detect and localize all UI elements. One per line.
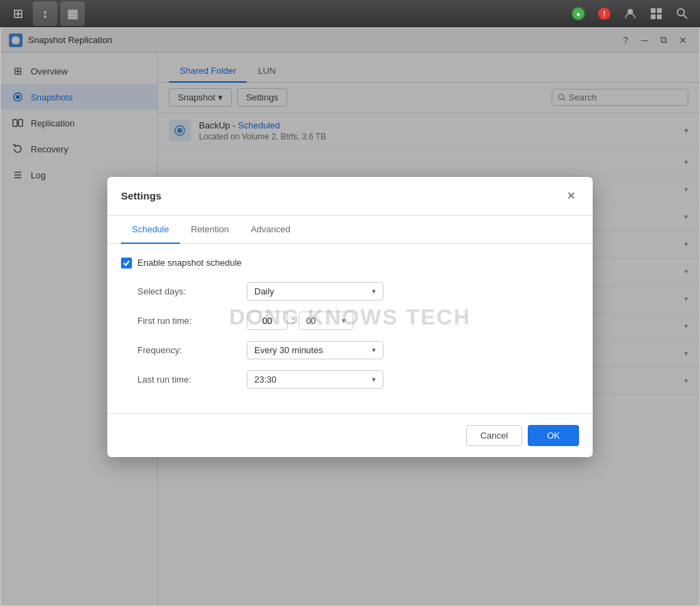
frequency-control: Every 30 minutes ▾ <box>247 341 383 359</box>
select-days-label: Select days: <box>137 286 247 297</box>
svg-text:●: ● <box>576 10 580 18</box>
select-days-control: Daily ▾ <box>247 282 383 301</box>
user-icon[interactable] <box>618 1 643 26</box>
first-run-label: First run time: <box>137 316 247 326</box>
dialog-footer: Cancel OK <box>107 413 593 457</box>
select-days-arrow-icon: ▾ <box>372 287 376 296</box>
frequency-dropdown[interactable]: Every 30 minutes ▾ <box>247 341 383 359</box>
last-run-control: 23:30 ▾ <box>247 370 383 389</box>
last-run-value: 23:30 <box>254 374 277 385</box>
grid-icon[interactable] <box>644 1 669 26</box>
frequency-arrow-icon: ▾ <box>372 346 376 355</box>
first-run-row: First run time: : 00 ▾ <box>121 312 579 330</box>
svg-point-9 <box>677 9 684 16</box>
svg-rect-5 <box>651 8 656 13</box>
select-days-value: Daily <box>254 286 274 297</box>
first-run-hour-input[interactable] <box>247 312 288 330</box>
dialog-body: Enable snapshot schedule Select days: Da… <box>107 244 593 413</box>
enable-schedule-checkbox[interactable] <box>121 258 132 268</box>
frequency-label: Frequency: <box>137 345 247 355</box>
settings-dialog: Settings ✕ Schedule Retention Advanced <box>107 177 593 457</box>
tab-retention[interactable]: Retention <box>180 216 240 244</box>
enable-schedule-row: Enable snapshot schedule <box>121 258 579 268</box>
svg-line-10 <box>684 15 687 18</box>
alert-icon[interactable]: ! <box>592 1 617 26</box>
first-run-min-dropdown[interactable]: 00 ▾ <box>299 312 353 330</box>
taskbar-app-2[interactable]: ↕ <box>33 1 57 26</box>
time-separator: : <box>292 316 295 326</box>
first-run-min-value: 00 <box>306 316 316 326</box>
last-run-arrow-icon: ▾ <box>372 375 376 384</box>
taskbar-app-3[interactable]: ▦ <box>60 1 85 26</box>
frequency-row: Frequency: Every 30 minutes ▾ <box>121 341 579 359</box>
select-days-dropdown[interactable]: Daily ▾ <box>247 282 383 301</box>
first-run-min-arrow-icon: ▾ <box>342 316 346 325</box>
taskbar-app-1[interactable]: ⊞ <box>5 1 30 26</box>
svg-rect-7 <box>651 14 656 19</box>
last-run-label: Last run time: <box>137 374 247 385</box>
app-window: Snapshot Replication ? ─ ⧉ ✕ ⊞ Overview <box>0 27 700 606</box>
ok-button[interactable]: OK <box>528 425 579 446</box>
select-days-row: Select days: Daily ▾ <box>121 282 579 301</box>
cancel-button[interactable]: Cancel <box>466 425 522 446</box>
frequency-value: Every 30 minutes <box>254 345 323 355</box>
dialog-close-button[interactable]: ✕ <box>563 188 579 204</box>
modal-overlay: DONG KNOWS TECH Settings ✕ Schedule Rete… <box>1 28 699 605</box>
last-run-dropdown[interactable]: 23:30 ▾ <box>247 370 383 389</box>
first-run-control: : 00 ▾ <box>247 312 353 330</box>
svg-rect-6 <box>657 8 662 13</box>
svg-rect-8 <box>657 14 662 19</box>
last-run-row: Last run time: 23:30 ▾ <box>121 370 579 389</box>
enable-schedule-label: Enable snapshot schedule <box>137 258 242 268</box>
dialog-tabs: Schedule Retention Advanced <box>107 216 593 244</box>
dialog-title: Settings <box>121 190 161 202</box>
tab-advanced[interactable]: Advanced <box>240 216 301 244</box>
taskbar-right-icons: ● ! <box>566 1 695 26</box>
tab-schedule[interactable]: Schedule <box>121 216 180 244</box>
notification-icon[interactable]: ● <box>566 1 591 26</box>
search-icon[interactable] <box>670 1 695 26</box>
dialog-header: Settings ✕ <box>107 177 593 216</box>
taskbar: ⊞ ↕ ▦ ● ! <box>0 0 700 27</box>
svg-text:!: ! <box>603 10 606 18</box>
